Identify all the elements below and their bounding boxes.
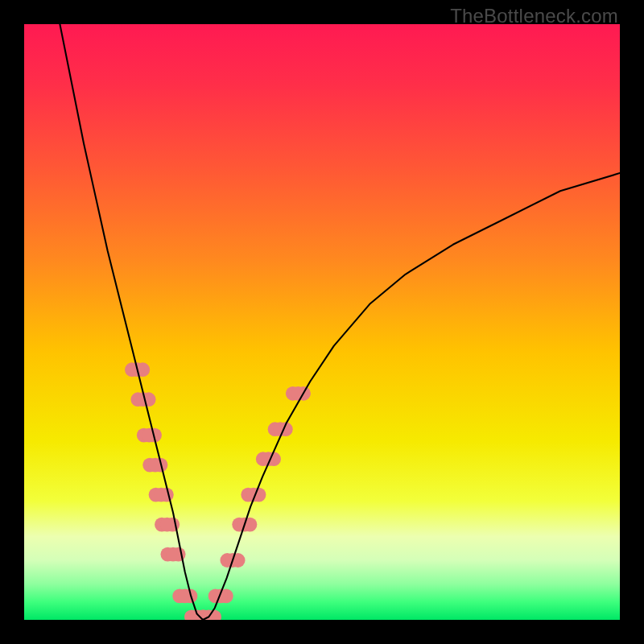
curve-layer [24, 24, 620, 620]
chart-frame: TheBottleneck.com [0, 0, 644, 644]
highlight-dots [125, 362, 311, 620]
highlight-dot [154, 488, 168, 502]
highlight-dot [160, 518, 175, 532]
highlight-dot [166, 547, 180, 562]
bottleneck-curve [60, 24, 620, 620]
plot-area [24, 24, 620, 620]
watermark-text: TheBottleneck.com [450, 5, 618, 27]
